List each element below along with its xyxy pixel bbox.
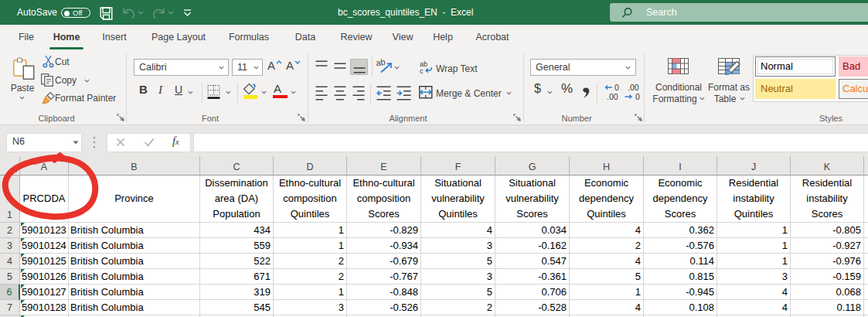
svg-text:0: 0 xyxy=(635,92,640,101)
svg-text:ab: ab xyxy=(376,58,386,67)
svg-text:c: c xyxy=(420,67,424,74)
svg-text:0: 0 xyxy=(614,84,619,92)
svg-text:.00: .00 xyxy=(607,92,618,101)
svg-text:.00: .00 xyxy=(628,84,639,92)
